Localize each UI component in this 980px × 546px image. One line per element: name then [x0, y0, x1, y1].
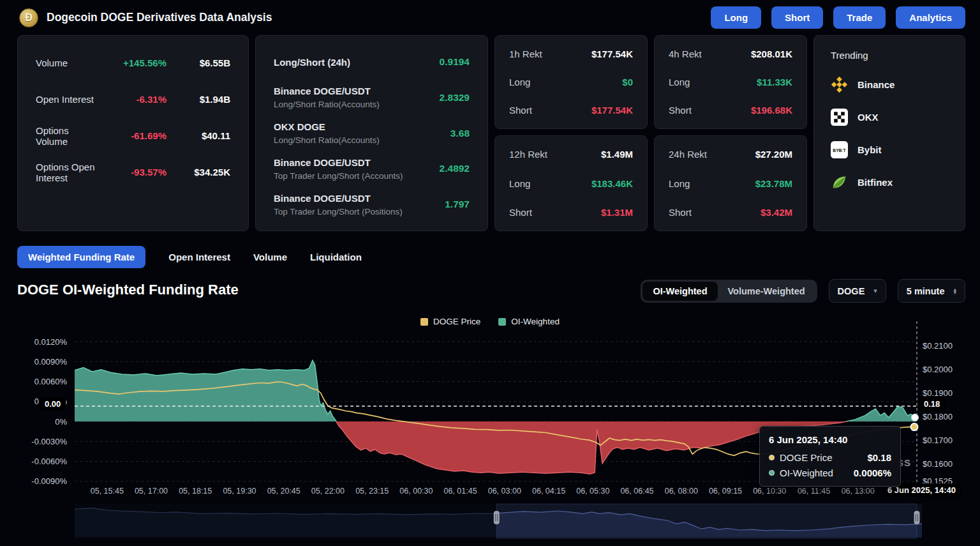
left-axis-tick: -0.0030%	[31, 437, 67, 446]
right-axis-tick: $0.1800	[923, 412, 953, 421]
price-dot-icon	[769, 455, 775, 460]
x-axis-tick: 05, 17:00	[135, 487, 168, 496]
tooltip-oiweighted-label: OI-Weighted	[780, 467, 833, 478]
left-axis-tick: -0.0090%	[31, 476, 67, 486]
x-axis-tick: 05, 18:15	[179, 487, 212, 496]
x-axis-tick: 06, 08:00	[665, 487, 698, 496]
navigator-handle-left[interactable]	[494, 511, 500, 524]
tooltip-oiweighted-value: 0.0006%	[854, 467, 891, 478]
right-axis-tick: $0.2000	[923, 365, 953, 374]
right-axis-tick: $0.2100	[923, 341, 953, 351]
right-axis-tick: $0.1700	[923, 436, 953, 445]
price-value-tag: 0.18	[919, 397, 945, 411]
chart-navigator[interactable]	[75, 504, 922, 538]
x-axis-tick: 05, 23:15	[355, 487, 389, 496]
x-axis-tick: 06, 09:15	[709, 487, 742, 496]
handle-grip-icon	[914, 511, 920, 524]
legend-oiweighted-label: OI-Weighted	[511, 317, 560, 326]
legend-item-price[interactable]: DOGE Price	[420, 317, 480, 326]
price-marker-dot	[911, 423, 918, 430]
navigator-unselected-mask	[75, 504, 496, 538]
right-axis-tick: $0.1900	[923, 388, 953, 398]
left-axis-tick: 0.0060%	[34, 377, 68, 386]
x-axis-tick: 06, 10:30	[753, 487, 786, 496]
x-axis-tick: 05, 19:30	[223, 487, 256, 496]
funding-value-tag: 0.00	[40, 397, 66, 411]
oiweighted-swatch-icon	[498, 318, 506, 326]
x-axis-tick: 05, 20:45	[267, 487, 301, 496]
left-axis-tick: 0.0090%	[34, 357, 68, 367]
tooltip-row-oiweighted: OI-Weighted 0.0006%	[769, 467, 891, 478]
x-axis-tick: 06, 11:45	[798, 487, 830, 496]
tooltip-title: 6 Jun 2025, 14:40	[769, 434, 891, 445]
tooltip-price-label: DOGE Price	[780, 452, 833, 463]
x-axis-tick: 06, 04:15	[532, 487, 565, 496]
x-axis-tick: 06, 05:30	[576, 487, 609, 496]
x-axis-tick: 06, 03:00	[488, 487, 521, 496]
tooltip-row-price: DOGE Price $0.18	[769, 452, 891, 463]
oiweighted-dot-icon	[769, 470, 775, 476]
legend-item-oiweighted[interactable]: OI-Weighted	[498, 317, 560, 326]
x-axis-tick: 05, 22:00	[311, 487, 345, 496]
left-axis-tick: 0.0120%	[34, 337, 68, 347]
funding-marker-dot	[912, 414, 919, 421]
x-axis-tick: 06, 01:45	[444, 487, 477, 496]
tooltip-price-value: $0.18	[867, 452, 891, 463]
legend-price-label: DOGE Price	[433, 317, 480, 326]
x-axis-tick: 06, 13:00	[842, 487, 875, 496]
handle-grip-icon	[494, 511, 500, 524]
right-axis-tick: $0.1600	[923, 459, 953, 469]
navigator-selection	[496, 504, 917, 538]
x-axis-tick: 05, 15:45	[91, 487, 124, 496]
x-axis-tick: 06, 06:45	[620, 487, 653, 496]
x-axis-tick: 06, 00:30	[399, 487, 433, 496]
price-swatch-icon	[420, 318, 428, 326]
navigator-handle-right[interactable]	[914, 511, 920, 524]
page: Ð Dogecoin DOGE Derivatives Data Analysi…	[0, 0, 980, 546]
left-axis-tick: -0.0060%	[31, 457, 67, 466]
chart-tooltip: 6 Jun 2025, 14:40 DOGE Price $0.18 OI-We…	[759, 426, 901, 487]
chart-legend: DOGE Price OI-Weighted	[0, 317, 980, 326]
left-axis-tick: 0%	[55, 417, 67, 427]
